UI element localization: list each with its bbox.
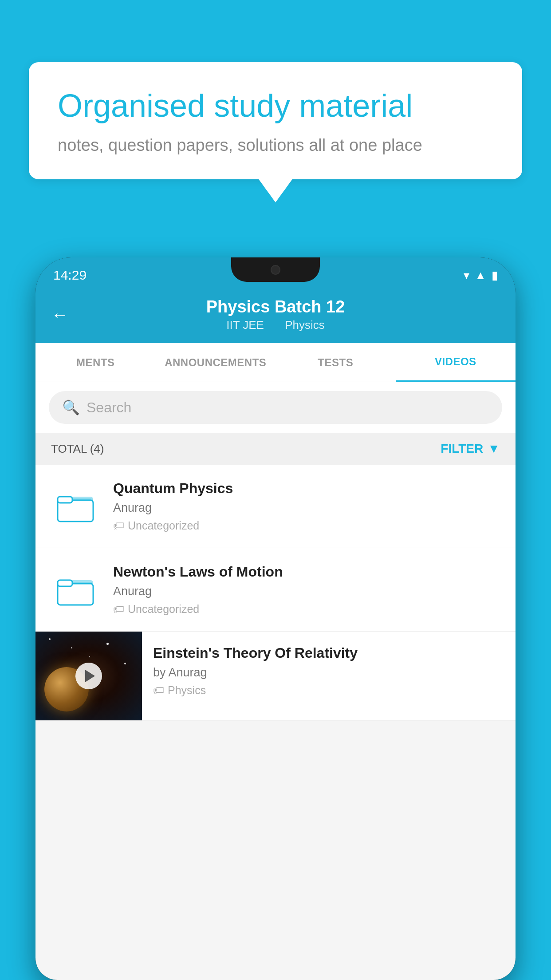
star <box>89 656 90 657</box>
video-thumbnail-einstein <box>35 632 142 720</box>
app-header: ← Physics Batch 12 IIT JEE Physics <box>35 288 516 343</box>
folder-icon <box>55 489 95 524</box>
video-title-einstein: Einstein's Theory Of Relativity <box>153 645 504 661</box>
video-info-einstein: Einstein's Theory Of Relativity by Anura… <box>142 632 516 710</box>
video-tag-quantum: 🏷 Uncategorized <box>113 519 502 532</box>
tag-label-quantum: Uncategorized <box>128 519 199 532</box>
play-button[interactable] <box>75 663 102 689</box>
speech-bubble: Organised study material notes, question… <box>29 62 522 179</box>
status-icons: ▾ ▲ ▮ <box>464 269 498 282</box>
list-item[interactable]: Einstein's Theory Of Relativity by Anura… <box>35 632 516 721</box>
filter-label: FILTER <box>441 442 483 456</box>
phone-content: 🔍 Search TOTAL (4) FILTER ▼ <box>35 382 516 980</box>
status-time: 14:29 <box>53 268 87 283</box>
battery-icon: ▮ <box>492 269 498 282</box>
phone-notch <box>231 257 320 282</box>
star <box>49 638 51 640</box>
wifi-icon: ▾ <box>464 269 469 282</box>
hero-title: Organised study material <box>58 87 493 125</box>
tabs-bar: MENTS ANNOUNCEMENTS TESTS VIDEOS <box>35 343 516 382</box>
video-tag-einstein: 🏷 Physics <box>153 684 504 697</box>
search-icon: 🔍 <box>62 399 80 416</box>
filter-icon: ▼ <box>488 442 500 456</box>
video-title-newton: Newton's Laws of Motion <box>113 564 502 580</box>
tag-icon-einstein: 🏷 <box>153 684 164 697</box>
header-text: Physics Batch 12 IIT JEE Physics <box>206 297 345 332</box>
tag-icon-newton: 🏷 <box>113 603 124 616</box>
filter-button[interactable]: FILTER ▼ <box>441 442 500 456</box>
list-item[interactable]: Quantum Physics Anurag 🏷 Uncategorized <box>35 465 516 548</box>
tab-announcements[interactable]: ANNOUNCEMENTS <box>156 344 276 381</box>
header-subtitle: IIT JEE Physics <box>206 318 345 332</box>
tab-videos[interactable]: VIDEOS <box>396 343 516 382</box>
search-bar[interactable]: 🔍 Search <box>49 391 502 424</box>
signal-icon: ▲ <box>475 269 486 282</box>
tab-ments[interactable]: MENTS <box>35 344 156 381</box>
filter-bar: TOTAL (4) FILTER ▼ <box>35 433 516 465</box>
hero-subtitle: notes, question papers, solutions all at… <box>58 136 493 155</box>
header-tag1: IIT JEE <box>226 318 264 332</box>
list-item[interactable]: Newton's Laws of Motion Anurag 🏷 Uncateg… <box>35 548 516 632</box>
svg-rect-9 <box>58 580 72 586</box>
video-list: Quantum Physics Anurag 🏷 Uncategorized <box>35 465 516 721</box>
header-title: Physics Batch 12 <box>206 297 345 316</box>
total-count: TOTAL (4) <box>51 442 104 456</box>
play-triangle-icon <box>85 670 95 682</box>
video-title-quantum: Quantum Physics <box>113 480 502 497</box>
phone-frame: 14:29 ▾ ▲ ▮ ← Physics Batch 12 IIT JEE P… <box>35 257 516 980</box>
camera-dot <box>271 265 280 275</box>
tag-icon-quantum: 🏷 <box>113 519 124 532</box>
svg-rect-4 <box>58 497 72 503</box>
video-author-einstein: by Anurag <box>153 666 504 680</box>
video-thumb-newton <box>49 568 102 612</box>
tag-label-newton: Uncategorized <box>128 603 199 616</box>
video-tag-newton: 🏷 Uncategorized <box>113 603 502 616</box>
star <box>124 663 126 664</box>
back-button[interactable]: ← <box>51 305 69 325</box>
star <box>106 643 109 645</box>
video-author-newton: Anurag <box>113 585 502 598</box>
folder-icon <box>55 572 95 608</box>
tab-tests[interactable]: TESTS <box>276 344 396 381</box>
video-info-quantum: Quantum Physics Anurag 🏷 Uncategorized <box>113 480 502 532</box>
video-thumb-quantum <box>49 484 102 529</box>
video-info-newton: Newton's Laws of Motion Anurag 🏷 Uncateg… <box>113 564 502 616</box>
tag-label-einstein: Physics <box>168 684 206 697</box>
search-placeholder: Search <box>87 399 131 416</box>
hero-section: Organised study material notes, question… <box>29 62 522 179</box>
header-tag2: Physics <box>285 318 325 332</box>
star <box>71 647 72 648</box>
search-bar-container: 🔍 Search <box>35 382 516 433</box>
video-author-quantum: Anurag <box>113 501 502 515</box>
